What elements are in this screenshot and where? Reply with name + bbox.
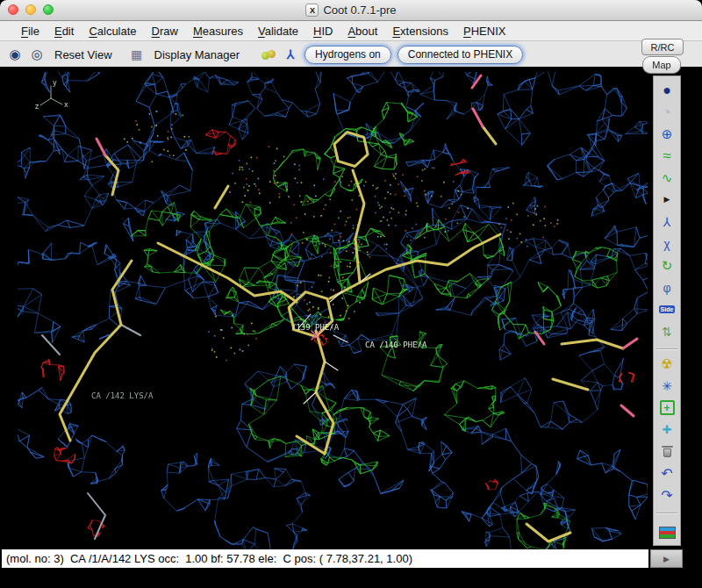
- mutate-icon[interactable]: ☢: [654, 353, 680, 375]
- reset-view-button[interactable]: Reset View: [51, 47, 116, 63]
- real-space-refine-icon[interactable]: ≈: [654, 145, 680, 167]
- undo-icon[interactable]: ↶: [654, 463, 680, 484]
- gl-canvas[interactable]: [18, 72, 648, 549]
- menu-item-measures[interactable]: Measures: [193, 25, 243, 38]
- pointer-icon[interactable]: ▶: [654, 189, 680, 211]
- window-title: Coot 0.7.1-pre: [323, 4, 396, 17]
- map-button[interactable]: Map: [642, 56, 681, 74]
- content-area: /139 PHE/ACA /140 PHE/ACA /142 LYS/A ●◔⊕…: [0, 67, 702, 588]
- minimize-window-icon[interactable]: [25, 4, 36, 15]
- zoom-window-icon[interactable]: [43, 4, 54, 15]
- ligand-builder-icon[interactable]: [654, 517, 680, 539]
- side-chain-flip-icon[interactable]: Side: [654, 298, 680, 320]
- toolbar-separator: [656, 342, 677, 349]
- auto-fit-rotamer-icon[interactable]: ⅄: [654, 211, 680, 233]
- coot-window: X Coot 0.7.1-pre FileEditCalculateDrawMe…: [0, 0, 702, 588]
- simple-mutate-icon[interactable]: ✳: [654, 375, 680, 397]
- toolbar-separator: [656, 506, 677, 513]
- close-window-icon[interactable]: [8, 4, 18, 15]
- menu-item-phenix[interactable]: PHENIX: [463, 25, 505, 38]
- recenter-icon[interactable]: ◉: [7, 47, 23, 62]
- regularize-zone-icon[interactable]: ∿: [654, 167, 680, 189]
- title-bar[interactable]: X Coot 0.7.1-pre: [0, 0, 702, 21]
- menu-item-draw[interactable]: Draw: [152, 25, 178, 38]
- display-control-icon[interactable]: ◔: [654, 101, 680, 123]
- menu-item-edit[interactable]: Edit: [54, 25, 74, 38]
- expand-console-box[interactable]: ▶: [650, 549, 683, 568]
- flip-peptide-icon[interactable]: ⇅: [654, 320, 680, 342]
- delete-item-icon[interactable]: [654, 441, 680, 463]
- main-toolbar: ◉ ◎ Reset View ▦ Display Manager ⅄ Hydro…: [0, 41, 702, 68]
- menu-item-about[interactable]: About: [347, 25, 377, 38]
- rotamers-icon[interactable]: χ: [654, 233, 680, 255]
- add-alt-conf-icon[interactable]: ✚: [654, 419, 680, 441]
- right-toolbar: ●◔⊕≈∿▶⅄χ↻φSide⇅☢✳+✚↶↷: [653, 75, 681, 546]
- ligand-balls-icon[interactable]: [261, 50, 276, 60]
- reset-zoom-icon[interactable]: ◎: [29, 47, 45, 62]
- torsion-general-icon[interactable]: φ: [654, 276, 680, 298]
- menu-item-file[interactable]: File: [21, 25, 39, 38]
- display-manager-button[interactable]: Display Manager: [151, 47, 244, 63]
- redo-icon[interactable]: ↷: [654, 484, 680, 506]
- menu-bar: FileEditCalculateDrawMeasuresValidateHID…: [0, 21, 702, 41]
- navigation-sphere-icon[interactable]: ●: [654, 79, 680, 101]
- menu-item-calculate[interactable]: Calculate: [89, 25, 136, 38]
- rot-trans-zone-icon[interactable]: ⊕: [654, 123, 680, 145]
- menu-item-extensions[interactable]: Extensions: [392, 25, 448, 38]
- menu-item-validate[interactable]: Validate: [258, 25, 298, 38]
- phenix-connection-button[interactable]: Connected to PHENIX: [398, 46, 523, 64]
- edit-chi-angles-icon[interactable]: ↻: [654, 255, 680, 276]
- rrc-button[interactable]: R/RC: [641, 39, 684, 55]
- atom-picker-icon[interactable]: ⅄: [283, 47, 298, 62]
- status-bar: (mol. no: 3) CA /1/A/142 LYS occ: 1.00 b…: [2, 549, 648, 568]
- add-terminal-residue-icon[interactable]: +: [654, 397, 680, 419]
- display-manager-icon[interactable]: ▦: [129, 47, 145, 62]
- traffic-lights: [8, 4, 54, 15]
- expand-triangle-icon: ▶: [663, 555, 670, 563]
- menu-item-hid[interactable]: HID: [313, 25, 333, 38]
- hydrogens-toggle-button[interactable]: Hydrogens on: [304, 46, 391, 64]
- x11-icon: X: [305, 4, 319, 17]
